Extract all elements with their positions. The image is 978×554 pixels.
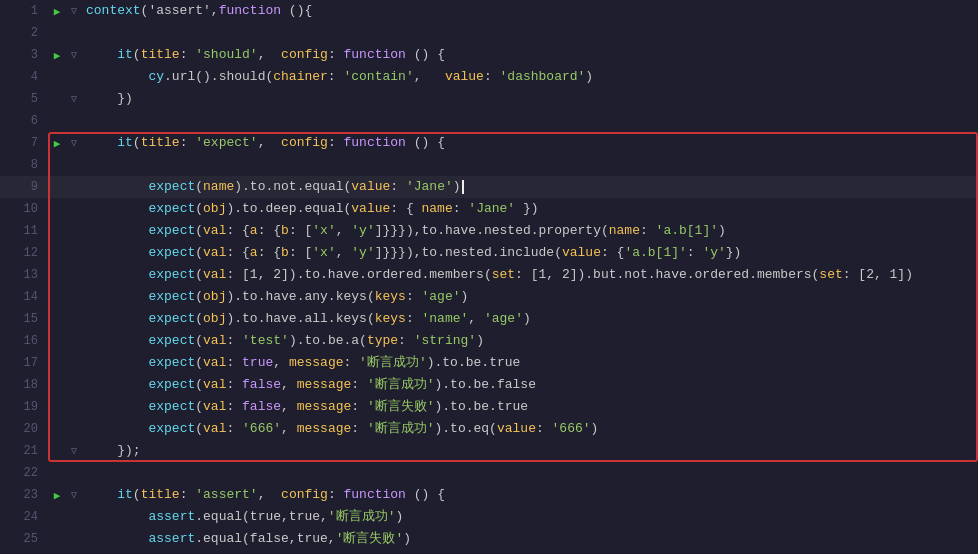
fold-icon[interactable] bbox=[66, 509, 82, 525]
line-number: 2 bbox=[0, 26, 48, 40]
table-row: 22 bbox=[0, 462, 978, 484]
token-str: 'a.b[1]' bbox=[656, 223, 718, 238]
table-row: 17 expect(val: true, message: '断言成功').to… bbox=[0, 352, 978, 374]
fold-icon[interactable] bbox=[66, 69, 82, 85]
token-param-name: config bbox=[281, 487, 328, 502]
token-punct: ) bbox=[718, 223, 726, 238]
token-str: 'string' bbox=[414, 333, 476, 348]
token-punct: ( bbox=[195, 223, 203, 238]
text-cursor bbox=[462, 180, 464, 194]
token-param-name: config bbox=[281, 47, 328, 62]
token-param-name: b bbox=[281, 223, 289, 238]
token-punct: , bbox=[281, 421, 297, 436]
token-obj: name bbox=[203, 179, 234, 194]
token-punct: ) bbox=[523, 311, 531, 326]
token-punct: : bbox=[406, 289, 422, 304]
fold-icon[interactable] bbox=[66, 113, 82, 129]
fold-icon[interactable] bbox=[66, 223, 82, 239]
fold-icon[interactable] bbox=[66, 289, 82, 305]
token-param-name: value bbox=[445, 69, 484, 84]
code-text: }); bbox=[82, 440, 141, 462]
fold-icon[interactable] bbox=[66, 179, 82, 195]
token-obj: obj bbox=[203, 311, 226, 326]
fold-icon[interactable] bbox=[66, 421, 82, 437]
token-punct: : bbox=[328, 487, 344, 502]
fold-icon[interactable]: ▽ bbox=[66, 443, 82, 459]
code-text: expect(val: {a: {b: ['x', 'y']}}}),to.ne… bbox=[82, 242, 741, 264]
token-punct: ) bbox=[591, 421, 599, 436]
fold-arrow[interactable]: ▶ bbox=[48, 137, 66, 150]
token-punct: : bbox=[180, 135, 196, 150]
token-param-name: val bbox=[203, 333, 226, 348]
fold-icon[interactable] bbox=[66, 25, 82, 41]
token-kw: function bbox=[344, 47, 406, 62]
token-punct: : { bbox=[601, 245, 624, 260]
token-punct: : bbox=[328, 135, 344, 150]
token-punct: .equal(true,true, bbox=[195, 509, 328, 524]
line-number: 25 bbox=[0, 532, 48, 546]
table-row: 19 expect(val: false, message: '断言失败').t… bbox=[0, 396, 978, 418]
fold-icon[interactable]: ▽ bbox=[66, 3, 82, 19]
code-text: expect(obj).to.deep.equal(value: { name:… bbox=[82, 198, 539, 220]
token-fn: expect bbox=[148, 399, 195, 414]
code-text: it(title: 'assert', config: function () … bbox=[82, 484, 445, 506]
token-fn: it bbox=[117, 487, 133, 502]
token-punct: : bbox=[344, 355, 360, 370]
fold-icon[interactable] bbox=[66, 333, 82, 349]
token-punct: : bbox=[328, 69, 344, 84]
token-str: 'expect' bbox=[195, 135, 257, 150]
token-punct: : bbox=[180, 487, 196, 502]
token-fn: expect bbox=[148, 377, 195, 392]
token-str: '666' bbox=[242, 421, 281, 436]
line-number: 11 bbox=[0, 224, 48, 238]
line-number: 17 bbox=[0, 356, 48, 370]
fold-icon[interactable] bbox=[66, 157, 82, 173]
token-punct: (){ bbox=[281, 3, 312, 18]
fold-arrow[interactable]: ▶ bbox=[48, 489, 66, 502]
token-punct: ( bbox=[195, 377, 203, 392]
fold-icon[interactable] bbox=[66, 377, 82, 393]
token-str: '断言成功' bbox=[328, 509, 396, 524]
fold-icon[interactable] bbox=[66, 399, 82, 415]
token-kw: function bbox=[219, 3, 281, 18]
token-punct: , bbox=[336, 223, 352, 238]
token-bool: false bbox=[242, 399, 281, 414]
token-punct: ( bbox=[195, 421, 203, 436]
fold-icon[interactable] bbox=[66, 465, 82, 481]
token-punct: ( bbox=[195, 179, 203, 194]
token-punct: , bbox=[258, 47, 281, 62]
line-number: 9 bbox=[0, 180, 48, 194]
token-punct: ).to.be.false bbox=[435, 377, 536, 392]
token-fn: expect bbox=[148, 179, 195, 194]
fold-icon[interactable] bbox=[66, 245, 82, 261]
token-punct: }) bbox=[515, 201, 538, 216]
fold-icon[interactable]: ▽ bbox=[66, 47, 82, 63]
table-row: 5▽ }) bbox=[0, 88, 978, 110]
token-punct: : bbox=[226, 377, 242, 392]
fold-icon[interactable]: ▽ bbox=[66, 91, 82, 107]
token-punct: ( bbox=[195, 267, 203, 282]
code-text: it(title: 'should', config: function () … bbox=[82, 44, 445, 66]
fold-arrow[interactable]: ▶ bbox=[48, 49, 66, 62]
fold-arrow[interactable]: ▶ bbox=[48, 5, 66, 18]
token-punct: : bbox=[390, 179, 406, 194]
fold-icon[interactable]: ▽ bbox=[66, 487, 82, 503]
fold-icon[interactable] bbox=[66, 355, 82, 371]
fold-icon[interactable] bbox=[66, 531, 82, 547]
line-number: 19 bbox=[0, 400, 48, 414]
table-row: 2 bbox=[0, 22, 978, 44]
token-param-name: value bbox=[351, 201, 390, 216]
token-punct: ) bbox=[585, 69, 593, 84]
fold-icon[interactable] bbox=[66, 267, 82, 283]
token-punct: : bbox=[640, 223, 656, 238]
fold-icon[interactable] bbox=[66, 201, 82, 217]
token-param-name: title bbox=[141, 487, 180, 502]
token-param-name: name bbox=[422, 201, 453, 216]
code-editor: 1▶▽context('assert',function (){23▶▽ it(… bbox=[0, 0, 978, 554]
fold-icon[interactable] bbox=[66, 311, 82, 327]
table-row: 7▶▽ it(title: 'expect', config: function… bbox=[0, 132, 978, 154]
token-str: 'name' bbox=[422, 311, 469, 326]
fold-icon[interactable]: ▽ bbox=[66, 135, 82, 151]
code-text: assert.equal(false,true,'断言失败') bbox=[82, 528, 411, 550]
token-punct: , bbox=[258, 135, 281, 150]
